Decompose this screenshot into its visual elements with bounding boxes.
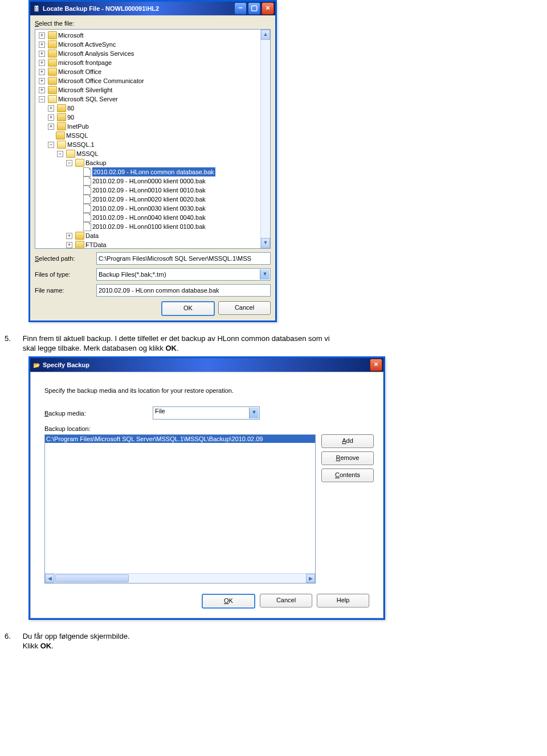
collapse-icon[interactable]: − bbox=[48, 142, 54, 148]
folder-icon bbox=[48, 68, 57, 76]
collapse-icon[interactable]: − bbox=[39, 96, 45, 102]
selected-path-input[interactable]: C:\Program Files\Microsoft SQL Server\MS… bbox=[96, 252, 271, 265]
folder-icon bbox=[48, 95, 57, 103]
titlebar[interactable]: 🗄 Locate Backup File - NOWL000091\HL2 − … bbox=[30, 2, 275, 15]
tree-label: 2010.02.09 - HLonn0040 klient 0040.bak bbox=[92, 213, 206, 222]
titlebar[interactable]: 📂 Specify Backup × bbox=[30, 358, 383, 372]
expand-icon[interactable]: + bbox=[39, 32, 45, 39]
backup-media-combo[interactable]: File ▼ bbox=[153, 406, 260, 420]
window-title: Locate Backup File - NOWL000091\HL2 bbox=[43, 5, 234, 12]
expand-icon[interactable]: + bbox=[39, 42, 45, 48]
file-name-input[interactable]: 2010.02.09 - HLonn common database.bak bbox=[96, 284, 271, 297]
tree-folder[interactable]: +InetPub bbox=[48, 122, 269, 131]
window-title: Specify Backup bbox=[43, 361, 370, 368]
collapse-icon[interactable]: − bbox=[66, 160, 72, 166]
file-icon bbox=[83, 204, 91, 213]
tree-file[interactable]: 2010.02.09 - HLonn common database.bak bbox=[75, 167, 269, 176]
file-icon bbox=[83, 213, 91, 222]
doc-step-6: 6. Du får opp følgende skjermbilde. Klik… bbox=[5, 631, 547, 651]
expand-icon[interactable]: + bbox=[39, 51, 45, 57]
expand-icon[interactable]: + bbox=[39, 87, 45, 93]
minimize-button[interactable]: − bbox=[234, 2, 247, 15]
spacer bbox=[75, 224, 80, 229]
close-button[interactable]: × bbox=[370, 359, 382, 371]
tree-folder[interactable]: +Microsoft Office Communicator bbox=[39, 76, 269, 85]
file-tree[interactable]: +Microsoft+Microsoft ActiveSync+Microsof… bbox=[35, 29, 271, 249]
expand-icon[interactable]: + bbox=[39, 60, 45, 66]
tree-file[interactable]: 2010.02.09 - HLonn0010 klient 0010.bak bbox=[75, 186, 269, 195]
tree-file[interactable]: 2010.02.09 - HLonn0040 klient 0040.bak bbox=[75, 213, 269, 222]
spacer bbox=[75, 197, 80, 202]
tree-label: 2010.02.09 - HLonn0030 klient 0030.bak bbox=[92, 204, 206, 213]
tree-folder[interactable]: +Microsoft Analysis Services bbox=[39, 49, 269, 58]
tree-file[interactable]: 2010.02.09 - HLonn0020 klient 0020.bak bbox=[75, 195, 269, 204]
tree-file[interactable]: 2010.02.09 - HLonn0030 klient 0030.bak bbox=[75, 204, 269, 213]
chevron-down-icon[interactable]: ▼ bbox=[249, 408, 259, 418]
folder-icon bbox=[75, 232, 84, 240]
file-icon bbox=[83, 186, 91, 195]
ok-button[interactable]: OK bbox=[161, 301, 215, 316]
list-item[interactable]: C:\Program Files\Microsoft SQL Server\MS… bbox=[45, 435, 315, 443]
tree-folder[interactable]: +80 bbox=[48, 104, 269, 113]
file-name-label: File name: bbox=[35, 287, 92, 294]
chevron-down-icon[interactable]: ▼ bbox=[260, 269, 270, 280]
expand-icon[interactable]: + bbox=[48, 105, 54, 112]
app-icon: 🗄 bbox=[32, 5, 40, 13]
help-button[interactable]: Help bbox=[317, 594, 369, 607]
close-button[interactable]: × bbox=[262, 2, 274, 15]
instruction-text: Specify the backup media and its locatio… bbox=[44, 387, 369, 394]
expand-icon[interactable]: + bbox=[39, 78, 45, 84]
folder-icon bbox=[57, 122, 66, 130]
tree-file[interactable]: 2010.02.09 - HLonn0000 klient 0000.bak bbox=[75, 176, 269, 186]
scroll-thumb[interactable] bbox=[55, 574, 129, 582]
tree-label: MSSQL bbox=[66, 131, 88, 140]
tree-file[interactable]: 2010.02.09 - HLonn0100 klient 0100.bak bbox=[75, 222, 269, 231]
tree-folder[interactable]: +Microsoft Office bbox=[39, 67, 269, 76]
tree-folder[interactable]: +Microsoft Silverlight bbox=[39, 85, 269, 94]
tree-folder[interactable]: MSSQL bbox=[48, 131, 269, 140]
select-file-label: Select the file: bbox=[35, 20, 271, 27]
tree-label: 2010.02.09 - HLonn0100 klient 0100.bak bbox=[92, 222, 206, 231]
folder-icon bbox=[75, 241, 84, 249]
backup-location-list[interactable]: C:\Program Files\Microsoft SQL Server\MS… bbox=[44, 434, 316, 584]
maximize-button[interactable]: ▢ bbox=[248, 2, 260, 15]
tree-folder[interactable]: +Data bbox=[66, 231, 269, 240]
scroll-left-icon[interactable]: ◀ bbox=[45, 574, 54, 583]
scroll-down-icon[interactable]: ▼ bbox=[261, 238, 270, 248]
expand-icon[interactable]: + bbox=[66, 242, 72, 248]
ok-button[interactable]: OK bbox=[202, 594, 255, 609]
folder-icon bbox=[57, 104, 66, 112]
tree-folder[interactable]: +Microsoft bbox=[39, 31, 269, 40]
remove-button[interactable]: Remove bbox=[321, 451, 374, 465]
add-button[interactable]: Add bbox=[321, 434, 374, 448]
folder-icon bbox=[66, 150, 75, 158]
tree-label: microsoft frontpage bbox=[58, 58, 112, 67]
tree-folder[interactable]: −Microsoft SQL Server bbox=[39, 94, 269, 104]
cancel-button[interactable]: Cancel bbox=[218, 301, 271, 315]
tree-label: Microsoft Analysis Services bbox=[58, 49, 134, 58]
expand-icon[interactable]: + bbox=[48, 124, 54, 130]
file-icon bbox=[83, 167, 91, 176]
tree-folder[interactable]: −MSSQL.1 bbox=[48, 140, 269, 149]
expand-icon[interactable]: + bbox=[39, 69, 45, 75]
tree-label: Microsoft ActiveSync bbox=[58, 40, 116, 49]
tree-label: Microsoft bbox=[58, 31, 84, 40]
spacer bbox=[75, 188, 80, 193]
files-of-type-combo[interactable]: Backup Files(*.bak;*.trn) ▼ bbox=[96, 268, 271, 281]
tree-folder[interactable]: −Backup bbox=[66, 158, 269, 167]
selected-path-label: Selected path: bbox=[35, 255, 92, 262]
scroll-up-icon[interactable]: ▲ bbox=[261, 30, 270, 40]
cancel-button[interactable]: Cancel bbox=[260, 594, 312, 607]
tree-folder[interactable]: −MSSQL bbox=[57, 149, 269, 158]
expand-icon[interactable]: + bbox=[66, 233, 72, 239]
tree-folder[interactable]: +FTData bbox=[66, 240, 269, 249]
collapse-icon[interactable]: − bbox=[57, 151, 63, 157]
tree-folder[interactable]: +Microsoft ActiveSync bbox=[39, 40, 269, 49]
contents-button[interactable]: Contents bbox=[321, 469, 374, 482]
h-scrollbar[interactable]: ◀ ▶ bbox=[45, 573, 315, 583]
tree-folder[interactable]: +90 bbox=[48, 113, 269, 122]
tree-scrollbar[interactable]: ▲ ▼ bbox=[260, 30, 270, 248]
scroll-right-icon[interactable]: ▶ bbox=[306, 574, 315, 583]
expand-icon[interactable]: + bbox=[48, 114, 54, 121]
tree-folder[interactable]: +microsoft frontpage bbox=[39, 58, 269, 67]
